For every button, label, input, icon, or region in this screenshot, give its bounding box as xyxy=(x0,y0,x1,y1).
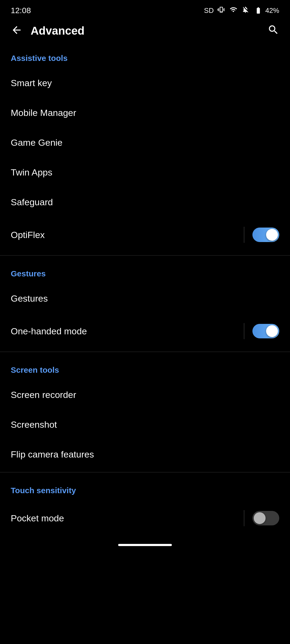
section-header-screen-tools: Screen tools xyxy=(0,355,290,380)
status-icons: SD 42% xyxy=(204,6,279,15)
toolbar: Advanced xyxy=(0,19,290,43)
list-item-right-pocket-mode xyxy=(244,510,279,526)
list-item-label-smart-key: Smart key xyxy=(11,78,52,88)
toggle-divider-pocket-mode xyxy=(244,510,244,526)
list-item-safeguard[interactable]: Safeguard xyxy=(0,187,290,217)
toggle-optiflex[interactable] xyxy=(252,228,279,242)
list-item-right-optiflex xyxy=(244,227,279,243)
list-item-label-screen-recorder: Screen recorder xyxy=(11,390,76,400)
battery-percent: 42% xyxy=(265,6,279,15)
vibrate-icon xyxy=(218,6,225,15)
list-item-right-one-handed-mode xyxy=(244,323,279,339)
list-item-smart-key[interactable]: Smart key xyxy=(0,68,290,98)
toggle-knob-pocket-mode xyxy=(254,512,266,524)
settings-list: Assistive toolsSmart keyMobile ManagerGa… xyxy=(0,43,290,536)
section-header-touch-sensitivity: Touch sensitivity xyxy=(0,475,290,500)
list-item-label-one-handed-mode: One-handed mode xyxy=(11,326,87,336)
toggle-knob-one-handed-mode xyxy=(266,325,278,337)
section-divider-gestures xyxy=(0,352,290,352)
section-header-gestures: Gestures xyxy=(0,258,290,284)
page-title: Advanced xyxy=(31,24,267,37)
list-item-label-optiflex: OptiFlex xyxy=(11,230,45,240)
list-item-twin-apps[interactable]: Twin Apps xyxy=(0,158,290,187)
list-item-pocket-mode[interactable]: Pocket mode xyxy=(0,500,290,536)
toggle-divider-optiflex xyxy=(244,227,244,243)
battery-status: 42% xyxy=(253,6,279,15)
list-item-flip-camera-features[interactable]: Flip camera features xyxy=(0,440,290,469)
status-time: 12:08 xyxy=(11,6,31,15)
list-item-label-twin-apps: Twin Apps xyxy=(11,167,52,178)
toggle-pocket-mode[interactable] xyxy=(252,511,279,525)
list-item-gestures[interactable]: Gestures xyxy=(0,284,290,313)
list-item-screen-recorder[interactable]: Screen recorder xyxy=(0,380,290,410)
list-item-label-safeguard: Safeguard xyxy=(11,197,53,207)
list-item-mobile-manager[interactable]: Mobile Manager xyxy=(0,98,290,128)
bottom-bar xyxy=(0,536,290,551)
notification-off-icon xyxy=(242,6,249,15)
list-item-screenshot[interactable]: Screenshot xyxy=(0,410,290,440)
back-button[interactable] xyxy=(11,24,23,38)
list-item-label-gestures: Gestures xyxy=(11,293,48,304)
list-item-optiflex[interactable]: OptiFlex xyxy=(0,217,290,253)
toggle-knob-optiflex xyxy=(266,229,278,241)
list-item-label-mobile-manager: Mobile Manager xyxy=(11,108,76,118)
section-divider-assistive-tools xyxy=(0,255,290,256)
list-item-label-screenshot: Screenshot xyxy=(11,419,57,430)
list-item-label-pocket-mode: Pocket mode xyxy=(11,513,64,524)
list-item-game-genie[interactable]: Game Genie xyxy=(0,128,290,158)
sd-icon: SD xyxy=(204,6,214,15)
section-divider-screen-tools xyxy=(0,472,290,473)
home-indicator xyxy=(118,544,172,546)
toggle-one-handed-mode[interactable] xyxy=(252,324,279,338)
toggle-divider-one-handed-mode xyxy=(244,323,244,339)
list-item-one-handed-mode[interactable]: One-handed mode xyxy=(0,313,290,349)
section-header-assistive-tools: Assistive tools xyxy=(0,43,290,68)
list-item-label-game-genie: Game Genie xyxy=(11,137,63,148)
status-bar: 12:08 SD 42% xyxy=(0,0,290,19)
wifi-icon xyxy=(229,6,238,15)
search-button[interactable] xyxy=(267,24,279,38)
list-item-label-flip-camera-features: Flip camera features xyxy=(11,449,94,460)
